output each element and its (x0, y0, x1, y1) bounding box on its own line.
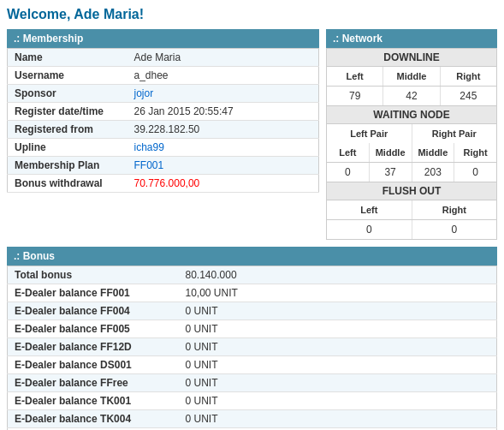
membership-value-0: Ade Maria (127, 49, 319, 67)
bonus-label-7: E-Dealer balance TK001 (8, 392, 179, 410)
bonus-header: .: Bonus (7, 247, 497, 266)
flush-out-header: FLUSH OUT (327, 182, 496, 200)
flush-left-value: 0 (327, 220, 412, 239)
bonus-value-4: 0 UNIT (179, 338, 497, 356)
flush-right-value: 0 (412, 220, 497, 239)
downline-left-label: Left (327, 67, 383, 86)
flush-out-labels-row: Left Right (327, 200, 496, 219)
membership-value-4: 39.228.182.50 (127, 121, 319, 139)
membership-label-6: Membership Plan (8, 157, 127, 175)
membership-label-1: Username (8, 67, 127, 85)
downline-right-value: 245 (441, 87, 496, 105)
membership-label-5: Upline (8, 139, 127, 157)
network-panel: .: Network DOWNLINE Left Middle Right 79… (326, 29, 497, 240)
network-header: .: Network (326, 29, 497, 48)
bonus-label-4: E-Dealer balance FF12D (8, 338, 179, 356)
wn-right-label: Right (454, 143, 496, 162)
bonus-label-0: Total bonus (8, 266, 179, 284)
left-pair-label: Left Pair (327, 124, 412, 143)
waiting-node-header: WAITING NODE (327, 105, 496, 124)
bonus-label-5: E-Dealer balance DS001 (8, 356, 179, 374)
wn-middle2-value: 203 (412, 163, 455, 182)
membership-value-5: icha99 (127, 139, 319, 157)
network-box: DOWNLINE Left Middle Right 79 42 245 WAI… (326, 48, 497, 240)
bonus-value-1: 10,00 UNIT (179, 284, 497, 302)
membership-value-2: jojor (127, 85, 319, 103)
welcome-title: Welcome, Ade Maria! (7, 7, 497, 22)
downline-middle-label: Middle (383, 67, 440, 86)
wn-middle2-label: Middle (412, 143, 455, 162)
membership-label-3: Register date/time (8, 103, 127, 121)
bonus-label-6: E-Dealer balance FFree (8, 374, 179, 392)
membership-label-2: Sponsor (8, 85, 127, 103)
membership-label-0: Name (8, 49, 127, 67)
membership-value-6: FF001 (127, 157, 319, 175)
membership-header: .: Membership (7, 29, 319, 48)
downline-right-label: Right (441, 67, 496, 86)
wn-left-value: 0 (327, 163, 370, 182)
bonus-panel: .: Bonus Total bonus80.140.000E-Dealer b… (7, 247, 497, 430)
membership-label-7: Bonus withdrawal (8, 175, 127, 193)
downline-middle-value: 42 (383, 87, 440, 105)
waiting-node-pair-labels: Left Pair Right Pair (327, 124, 496, 143)
bonus-label-2: E-Dealer balance FF004 (8, 302, 179, 320)
membership-label-4: Registered from (8, 121, 127, 139)
bonus-value-6: 0 UNIT (179, 374, 497, 392)
membership-value-7: 70.776.000,00 (127, 175, 319, 193)
bonus-label-1: E-Dealer balance FF001 (8, 284, 179, 302)
waiting-node-col-labels: Left Middle Middle Right (327, 143, 496, 162)
wn-middle1-value: 37 (370, 163, 412, 182)
right-pair-label: Right Pair (412, 124, 497, 143)
downline-values-row: 79 42 245 (327, 86, 496, 105)
membership-panel: .: Membership NameAde MariaUsernamea_dhe… (7, 29, 319, 240)
downline-left-value: 79 (327, 87, 383, 105)
bonus-value-0: 80.140.000 (179, 266, 497, 284)
bonus-label-3: E-Dealer balance FF005 (8, 320, 179, 338)
bonus-value-3: 0 UNIT (179, 320, 497, 338)
bonus-value-7: 0 UNIT (179, 392, 497, 410)
wn-right-value: 0 (454, 163, 496, 182)
downline-header: DOWNLINE (327, 49, 496, 67)
wn-left-label: Left (327, 143, 370, 162)
membership-table: NameAde MariaUsernamea_dheeSponsorjojorR… (7, 48, 319, 193)
wn-middle1-label: Middle (370, 143, 412, 162)
bonus-value-8: 0 UNIT (179, 410, 497, 428)
downline-labels-row: Left Middle Right (327, 67, 496, 86)
flush-right-label: Right (412, 200, 497, 219)
membership-value-3: 26 Jan 2015 20:55:47 (127, 103, 319, 121)
bonus-value-5: 0 UNIT (179, 356, 497, 374)
waiting-node-values-row: 0 37 203 0 (327, 162, 496, 182)
flush-left-label: Left (327, 200, 412, 219)
bonus-value-2: 0 UNIT (179, 302, 497, 320)
membership-value-1: a_dhee (127, 67, 319, 85)
bonus-label-8: E-Dealer balance TK004 (8, 410, 179, 428)
bonus-table: Total bonus80.140.000E-Dealer balance FF… (7, 266, 497, 430)
flush-out-values-row: 0 0 (327, 219, 496, 239)
